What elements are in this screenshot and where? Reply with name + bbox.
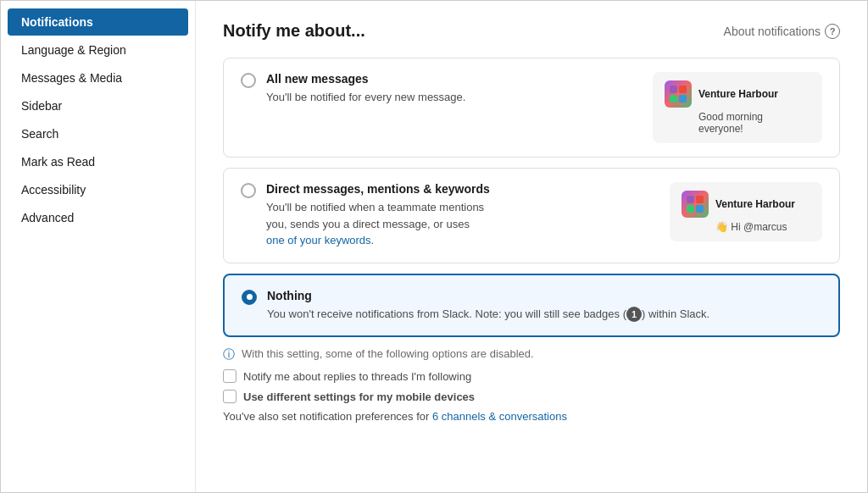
checkbox-row-threads: Notify me about replies to threads I'm f… — [223, 369, 840, 383]
sidebar-item-notifications[interactable]: Notifications — [8, 8, 188, 36]
svg-rect-1 — [679, 86, 687, 93]
option-all-messages[interactable]: All new messages You'll be notified for … — [223, 58, 840, 158]
info-icon: ⓘ — [223, 347, 235, 363]
option-nothing-desc: You won't receive notifications from Sla… — [267, 306, 821, 323]
nothing-desc-suffix: ) within Slack. — [642, 307, 709, 320]
option-nothing-title: Nothing — [267, 289, 821, 302]
option-direct-messages-desc: You'll be notified when a teammate menti… — [266, 199, 659, 249]
preview-message-2: 👋 Hi @marcus — [715, 221, 810, 233]
sidebar-item-search[interactable]: Search — [8, 120, 188, 147]
preview-direct-messages-header: Venture Harbour — [682, 191, 810, 218]
footer-prefix: You've also set notification preferences… — [223, 410, 432, 423]
option-direct-messages-content: Direct messages, mentions & keywords You… — [266, 182, 659, 249]
main-header: Notify me about... About notifications ? — [223, 21, 840, 41]
preview-all-messages-header: Venture Harbour — [665, 80, 810, 108]
preview-venture-harbour-icon — [665, 80, 692, 108]
checkbox-threads-label: Notify me about replies to threads I'm f… — [243, 370, 471, 383]
preview-message-1: Good morning everyone! — [698, 111, 810, 135]
notification-badge: 1 — [626, 307, 642, 322]
page-title: Notify me about... — [223, 21, 365, 41]
desc-line2: you, sends you a direct message, or uses — [266, 218, 470, 230]
info-text: With this setting, some of the following… — [242, 347, 534, 360]
main-content: Notify me about... About notifications ?… — [196, 1, 867, 492]
option-all-messages-title: All new messages — [266, 72, 643, 86]
channels-link[interactable]: 6 channels & conversations — [432, 410, 567, 423]
info-section: ⓘ With this setting, some of the followi… — [223, 347, 840, 423]
keywords-link[interactable]: one of your keywords — [266, 234, 371, 246]
option-direct-messages[interactable]: Direct messages, mentions & keywords You… — [223, 168, 840, 263]
sidebar-item-language-region[interactable]: Language & Region — [8, 36, 188, 64]
sidebar-item-accessibility[interactable]: Accessibility — [8, 176, 188, 203]
svg-rect-4 — [687, 196, 694, 203]
about-notifications-label: About notifications — [724, 25, 821, 38]
radio-direct-messages[interactable] — [241, 183, 256, 198]
footer-text: You've also set notification preferences… — [223, 410, 840, 423]
checkbox-mobile-label: Use different settings for my mobile dev… — [243, 391, 475, 403]
about-notifications-link[interactable]: About notifications ? — [724, 24, 840, 39]
radio-nothing[interactable] — [242, 290, 257, 305]
option-nothing-content: Nothing You won't receive notifications … — [267, 289, 821, 323]
option-all-messages-content: All new messages You'll be notified for … — [266, 72, 643, 106]
checkbox-threads[interactable] — [223, 369, 236, 383]
checkbox-row-mobile: Use different settings for my mobile dev… — [223, 390, 840, 403]
info-row-disabled: ⓘ With this setting, some of the followi… — [223, 347, 840, 363]
desc-link-suffix: . — [371, 234, 375, 246]
preview-venture-harbour-icon-2 — [682, 191, 709, 218]
preview-all-messages: Venture Harbour Good morning everyone! — [653, 72, 822, 143]
option-all-messages-desc: You'll be notified for every new message… — [266, 89, 643, 106]
preview-workspace-name-2: Venture Harbour — [715, 198, 795, 210]
option-direct-messages-title: Direct messages, mentions & keywords — [266, 182, 659, 196]
svg-rect-3 — [679, 95, 687, 102]
nothing-desc-prefix: You won't receive notifications from Sla… — [267, 307, 626, 320]
sidebar: Notifications Language & Region Messages… — [1, 1, 196, 492]
option-nothing[interactable]: Nothing You won't receive notifications … — [223, 274, 840, 338]
preview-workspace-name-1: Venture Harbour — [698, 88, 778, 100]
sidebar-item-advanced[interactable]: Advanced — [8, 204, 188, 231]
radio-all-messages[interactable] — [241, 73, 256, 88]
sidebar-item-sidebar[interactable]: Sidebar — [8, 92, 188, 119]
svg-rect-7 — [696, 205, 704, 213]
svg-rect-2 — [670, 95, 677, 102]
svg-rect-0 — [670, 86, 677, 93]
help-circle-icon: ? — [825, 24, 840, 39]
checkbox-mobile[interactable] — [223, 390, 236, 403]
desc-line1: You'll be notified when a teammate menti… — [266, 201, 484, 213]
svg-rect-5 — [696, 196, 704, 203]
sidebar-item-messages-media[interactable]: Messages & Media — [8, 64, 188, 91]
preview-direct-messages: Venture Harbour 👋 Hi @marcus — [670, 182, 822, 241]
svg-rect-6 — [687, 205, 694, 213]
sidebar-item-mark-as-read[interactable]: Mark as Read — [8, 148, 188, 175]
